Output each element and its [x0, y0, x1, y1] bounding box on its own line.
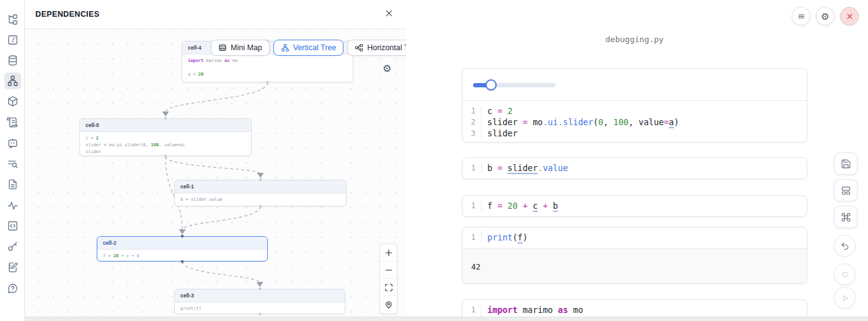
slider-input[interactable]: [473, 79, 556, 90]
notebook-cell: 1c = 22slider = mo.ui.slider(0, 100, val…: [462, 68, 807, 143]
layout-select-button[interactable]: [834, 179, 857, 201]
code-line[interactable]: slider = mo.ui.slider(0, 100, value=a): [482, 117, 679, 128]
tracing-icon: [7, 200, 19, 211]
sidebar-item-logs[interactable]: [4, 114, 21, 131]
code-line[interactable]: import marimo as mo: [482, 304, 583, 315]
snippets-icon: [7, 220, 19, 232]
sidebar-item-tree-explorer[interactable]: [4, 11, 21, 28]
cell-output-area: [463, 69, 807, 101]
graph-node-cell-1[interactable]: cell-1b = slider.value: [174, 180, 347, 206]
code-line[interactable]: b = slider.value: [482, 162, 568, 174]
node-title: cell-2: [97, 237, 267, 250]
cell-code-editor[interactable]: 1f = 20 + c + b: [463, 196, 807, 216]
node-code: import marimo as mo a = 20: [182, 55, 353, 81]
undo-button[interactable]: [834, 235, 856, 257]
line-number: 1: [463, 232, 482, 243]
outline-search-icon: [7, 158, 19, 170]
cell-code-editor[interactable]: 1b = slider.value: [463, 158, 807, 178]
zoom-out-button[interactable]: [380, 262, 397, 279]
sidebar-item-packages[interactable]: [4, 93, 21, 110]
fit-view-icon: [384, 283, 393, 292]
node-code: f = 20 + c + b: [97, 250, 267, 262]
vertical-tree-icon: [281, 43, 290, 52]
sidebar-item-variables[interactable]: f: [4, 32, 21, 48]
sidebar-item-documentation[interactable]: [4, 176, 21, 193]
tree-explorer-icon: [7, 14, 19, 25]
sidebar-item-dependency-graph[interactable]: [4, 73, 21, 89]
zoom-in-button[interactable]: [380, 244, 397, 262]
stop-button[interactable]: [834, 263, 856, 285]
notebook-cell: 1f = 20 + c + b: [462, 195, 807, 217]
documentation-icon: [7, 178, 19, 190]
shutdown-x-icon: [845, 12, 854, 21]
sidebar-item-secrets[interactable]: [4, 238, 21, 255]
slider-thumb[interactable]: [485, 79, 497, 90]
sidebar-item-help[interactable]: [4, 280, 21, 297]
sidebar-item-datasources[interactable]: [4, 52, 21, 69]
line-number: 1: [463, 162, 482, 174]
line-number: 3: [463, 128, 482, 139]
dependencies-header: DEPENDENCIES: [25, 0, 406, 29]
cell-code-editor[interactable]: 1print(f): [463, 227, 807, 248]
graph-settings-button[interactable]: ⚙: [383, 63, 391, 74]
graph-node-cell-2[interactable]: cell-2f = 20 + c + b: [97, 236, 268, 262]
sidebar-item-snippets[interactable]: [4, 218, 21, 234]
code-line[interactable]: slider: [482, 128, 518, 139]
zoom-out-icon: [384, 266, 393, 275]
notebook-cell: 1b = slider.value: [462, 157, 807, 179]
close-icon: [384, 9, 394, 18]
node-code: c = 2slider = mo.ui.slider(0, 100, value…: [80, 132, 251, 156]
notebook-menu-button[interactable]: [792, 7, 810, 25]
scratchpad-icon: [7, 262, 19, 273]
fit-view-button[interactable]: [380, 279, 397, 296]
code-line[interactable]: c = 2: [482, 105, 513, 117]
sidebar-item-outline-search[interactable]: [4, 156, 21, 172]
save-button[interactable]: [834, 152, 857, 175]
line-number: 1: [463, 200, 482, 211]
bottom-scroll-strip[interactable]: [25, 317, 868, 321]
sidebar-item-scratchpad[interactable]: [4, 259, 21, 276]
dependency-graph-icon: [7, 75, 19, 87]
svg-text:f: f: [12, 36, 16, 43]
zoom-in-icon: [384, 248, 393, 257]
gear-icon: ⚙: [821, 12, 829, 21]
node-code: b = slider.value: [175, 193, 346, 206]
datasources-icon: [7, 55, 19, 66]
notebook-settings-button[interactable]: ⚙: [816, 7, 835, 25]
panel-title: DEPENDENCIES: [35, 10, 99, 19]
view-mode-vertical-tree[interactable]: Vertical Tree: [273, 40, 343, 56]
packages-icon: [7, 95, 19, 107]
notebook-area: debugging.py ⚙ 1c = 22slider = mo.ui.sli…: [406, 0, 868, 321]
activity-sidebar: f: [0, 0, 25, 321]
command-icon: [841, 212, 851, 222]
dependency-graph[interactable]: cell-4import marimo as mo a = 20cell-0c …: [25, 29, 406, 317]
view-mode-label: Vertical Tree: [293, 43, 336, 52]
view-mode-label: Horizontal Tree: [367, 43, 406, 52]
minimap-icon: [218, 43, 227, 52]
location-pin-icon: [384, 301, 393, 309]
keyboard-shortcuts-button[interactable]: [834, 206, 857, 228]
notebook-filename[interactable]: debugging.py: [462, 35, 807, 44]
view-mode-mini-map[interactable]: Mini Map: [211, 40, 270, 56]
chat-icon: [7, 138, 19, 149]
run-button[interactable]: [834, 287, 856, 309]
code-line[interactable]: print(f): [482, 232, 528, 243]
cell-code-editor[interactable]: 1c = 22slider = mo.ui.slider(0, 100, val…: [463, 101, 807, 143]
close-panel-button[interactable]: [384, 9, 394, 20]
sidebar-item-chat[interactable]: [4, 135, 21, 152]
shutdown-button[interactable]: [840, 7, 859, 25]
horizontal-tree-icon: [355, 43, 363, 52]
code-line[interactable]: f = 20 + c + b: [482, 200, 558, 211]
help-icon: [7, 283, 19, 294]
view-mode-horizontal-tree[interactable]: Horizontal Tree: [347, 40, 406, 56]
line-number: 2: [463, 117, 482, 128]
center-location-button[interactable]: [380, 296, 397, 314]
save-icon: [841, 159, 851, 169]
sidebar-item-tracing[interactable]: [4, 197, 21, 214]
graph-node-cell-0[interactable]: cell-0c = 2slider = mo.ui.slider(0, 100,…: [79, 118, 252, 156]
line-number: 1: [463, 105, 482, 117]
cell-console-output: 42: [463, 248, 807, 284]
node-title: cell-3: [175, 289, 345, 302]
graph-node-cell-3[interactable]: cell-3print(f): [174, 289, 345, 314]
run-icon: [840, 293, 850, 303]
